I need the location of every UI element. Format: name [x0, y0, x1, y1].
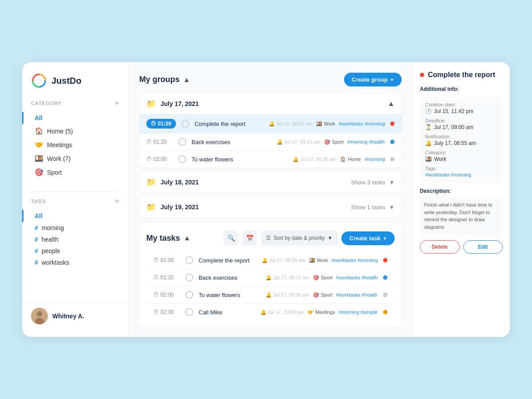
list-item[interactable]: ⏱ 01:00 Complete the report 🔔 Jul 17, 08…	[146, 252, 395, 269]
task-tags: #worktasks #morning	[332, 258, 378, 263]
sidebar-tag-worktasks[interactable]: # worktasks	[31, 257, 119, 268]
timer-icon: ⏱	[153, 257, 159, 263]
category-value: 🍱 Work	[425, 156, 497, 162]
category-icon: 🏠	[340, 156, 346, 162]
add-tag-button[interactable]: +	[114, 197, 119, 205]
task-checkbox[interactable]	[185, 308, 193, 316]
table-row[interactable]: ⏱ 01:00 Complete the report 🔔 Jul 17, 08…	[139, 114, 402, 133]
show-tasks-label: Show 1 tasks	[351, 204, 385, 211]
tag-health-label: health	[42, 236, 59, 243]
task-checkbox[interactable]	[185, 256, 193, 264]
task-name: Call Mike	[199, 309, 255, 316]
task-tags: #morning #health	[347, 139, 385, 145]
priority-dot	[383, 275, 387, 280]
calendar-button[interactable]: 📅	[242, 231, 257, 246]
task-category: 🎯 Sport	[324, 139, 344, 145]
group-july17-header[interactable]: 📁 July 17, 2021 ▲	[139, 94, 402, 114]
sidebar-item-meetings[interactable]: 🤝 Meetings	[31, 138, 119, 152]
add-category-button[interactable]: +	[114, 99, 119, 107]
description-value: Finish what I didn't have time to write …	[420, 197, 503, 235]
task-time-badge: ⏱ 01:00	[146, 119, 176, 129]
task-tags: #worktasks #morning	[339, 121, 385, 126]
task-name: Back exercises	[192, 139, 271, 145]
sidebar-item-all[interactable]: All	[31, 112, 119, 124]
svg-point-2	[37, 311, 42, 317]
group-july19-date: July 19, 2021	[160, 203, 199, 211]
category-section: CATEGORY + All 🏠 Home (5) 🤝 Meetings 🍱 W…	[22, 99, 128, 179]
tags-value: #worktasks #morning	[425, 172, 471, 177]
notification-label: Notification:	[425, 134, 497, 139]
plus-icon: +	[390, 76, 394, 83]
task-time: ⏱ 01:20	[153, 274, 180, 281]
task-category: 🍱 Work	[316, 121, 335, 127]
delete-button[interactable]: Delete	[420, 240, 460, 254]
list-item[interactable]: ⏱ 01:20 Back exercises 🔔 Jul 17, 09:15 a…	[146, 269, 395, 286]
task-time: ⏱ 02:30	[153, 309, 180, 315]
create-group-button[interactable]: Create group +	[344, 73, 402, 86]
sort-label: Sort by date & priority	[274, 235, 325, 241]
task-name: To water flowers	[199, 292, 260, 298]
sidebar-tag-people[interactable]: # people	[31, 245, 119, 257]
group-july19-header[interactable]: 📁 July 19, 2021 Show 1 tasks ▼	[139, 197, 402, 217]
table-row[interactable]: ⏱ 02:00 To water flowers 🔔 Jul 17, 09:30…	[139, 150, 402, 168]
tags-item: Tags: #worktasks #morning	[425, 166, 497, 177]
task-time: ⏱ 01:00	[153, 257, 180, 263]
timer-icon: ⏱	[153, 309, 159, 315]
sort-button[interactable]: ☰ Sort by date & priority ▼	[261, 231, 338, 246]
deadline-item: Deadline: ⏳ Jul 17, 09:00 am	[425, 118, 497, 130]
sidebar-item-work[interactable]: 🍱 Work (7)	[31, 152, 119, 165]
tasks-section: My tasks ▲ 🔍 📅 ☰ Sort by date & priority…	[139, 223, 402, 328]
task-time-plain: ⏱ 01:20	[146, 139, 173, 145]
sidebar-tag-health[interactable]: # health	[31, 234, 119, 245]
timer-icon: ⏱	[151, 121, 156, 127]
sport-icon: 🎯	[35, 168, 43, 176]
list-item[interactable]: ⏱ 02:00 To water flowers 🔔 Jul 17, 09:30…	[146, 286, 395, 303]
task-checkbox[interactable]	[185, 291, 193, 299]
category-label: Category:	[425, 150, 497, 155]
chevron-down-icon: ▼	[327, 235, 332, 241]
priority-dot	[383, 310, 387, 314]
tag-morning-label: morning	[42, 224, 64, 231]
deadline-label: Deadline:	[425, 118, 497, 123]
task-time-plain: ⏱ 02:00	[146, 156, 173, 162]
notification-item: Notification: 🔔 July 17, 08:55 am	[425, 134, 497, 146]
group-july18-header[interactable]: 📁 July 18, 2021 Show 3 tasks ▼	[139, 172, 402, 192]
sidebar-tag-morning[interactable]: # morning	[31, 222, 119, 234]
user-name: Whitney A.	[52, 313, 84, 320]
task-checkbox[interactable]	[178, 155, 186, 163]
bell-icon: 🔔	[425, 140, 432, 146]
task-checkbox[interactable]	[178, 138, 186, 146]
table-row[interactable]: ⏱ 01:20 Back exercises 🔔 Jul 17, 09:15 a…	[139, 133, 402, 150]
edit-button[interactable]: Edit	[463, 240, 503, 254]
deadline-value: ⏳ Jul 17, 09:00 am	[425, 124, 497, 130]
info-row: Creation date: 🕐 Jul 15, 11:42 pm Deadli…	[425, 102, 497, 177]
task-time: ⏱ 02:00	[153, 292, 180, 298]
search-button[interactable]: 🔍	[223, 231, 239, 246]
list-item[interactable]: ⏱ 02:30 Call Mike 🔔 Jul 17, 10:00 pm 🤝 M…	[146, 303, 395, 321]
sidebar-tag-all[interactable]: All	[31, 210, 119, 222]
tag-worktasks-label: worktasks	[42, 259, 69, 266]
task-checkbox[interactable]	[181, 120, 189, 128]
sidebar-item-sport[interactable]: 🎯 Sport	[31, 165, 119, 179]
group-july18-date: July 18, 2021	[160, 179, 199, 186]
task-category: 🤝 Meetings	[307, 309, 335, 315]
create-task-button[interactable]: Create task +	[341, 231, 395, 245]
notification-dot	[43, 308, 47, 311]
chevron-down-icon: ▼	[389, 179, 395, 186]
home-icon: 🏠	[35, 127, 43, 135]
group-july17: 📁 July 17, 2021 ▲ ⏱ 01:00 Complete the r…	[139, 94, 402, 168]
timer-icon: ⏱	[153, 274, 159, 281]
tasks-toolbar: 🔍 📅 ☰ Sort by date & priority ▼ Create t…	[223, 231, 395, 246]
sport-label: Sport	[47, 169, 62, 176]
tags-all-label: All	[35, 212, 43, 219]
user-area[interactable]: Whitney A.	[22, 302, 128, 330]
task-category: 🎯 Sport	[313, 275, 332, 281]
tags-section: TAGS + All # morning # health # people #…	[22, 197, 128, 268]
chevron-down-icon: ▼	[389, 204, 395, 211]
task-checkbox[interactable]	[185, 274, 193, 282]
groups-collapse-button[interactable]: ▲	[183, 76, 190, 84]
tasks-collapse-button[interactable]: ▲	[184, 234, 191, 242]
task-category: 🎯 Sport	[313, 292, 332, 298]
sidebar-item-home[interactable]: 🏠 Home (5)	[31, 124, 119, 138]
group-july17-chevron[interactable]: ▲	[387, 100, 395, 108]
